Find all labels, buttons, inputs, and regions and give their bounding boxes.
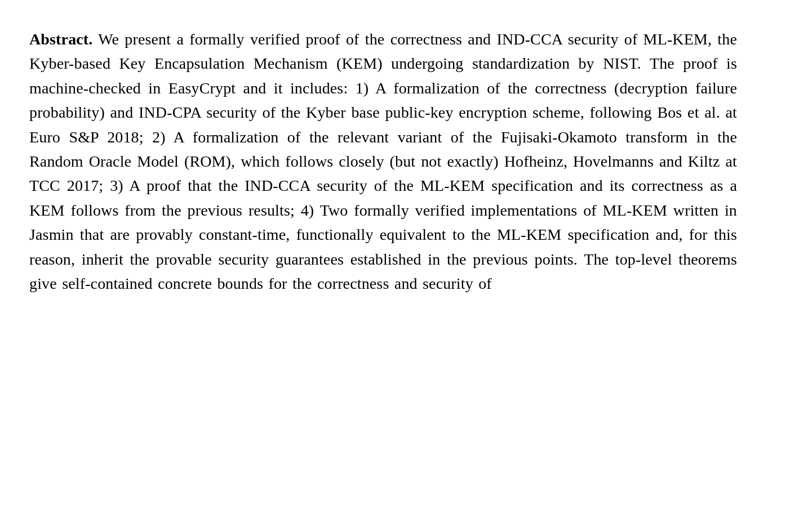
abstract-section: Abstract. We present a formally verified…: [0, 0, 766, 323]
abstract-paragraph: Abstract. We present a formally verified…: [29, 27, 737, 296]
abstract-body: We present a formally verified proof of …: [29, 30, 737, 292]
abstract-label: Abstract.: [29, 30, 92, 48]
